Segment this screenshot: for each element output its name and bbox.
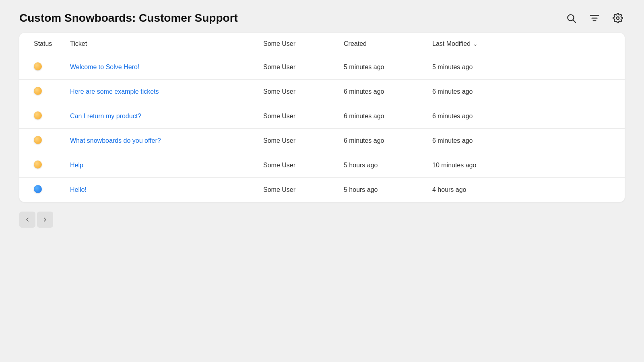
- ticket-link[interactable]: Hello!: [70, 186, 87, 193]
- ticket-link[interactable]: Welcome to Solve Hero!: [70, 64, 139, 70]
- status-dot: [34, 62, 42, 70]
- last-modified-cell: 6 minutes ago: [426, 129, 625, 153]
- chevron-left-icon: [24, 216, 31, 223]
- ticket-cell: Here are some example tickets: [64, 80, 257, 104]
- table-row: Hello!Some User5 hours ago4 hours ago: [19, 178, 625, 202]
- tickets-table: Status Ticket Some User Created Last Mod…: [19, 33, 625, 202]
- ticket-cell: Help: [64, 153, 257, 178]
- page-header: Custom Snowboards: Customer Support: [0, 0, 644, 33]
- last-modified-cell: 6 minutes ago: [426, 104, 625, 129]
- tickets-table-container: Status Ticket Some User Created Last Mod…: [19, 33, 625, 202]
- status-cell: [19, 55, 64, 80]
- status-dot: [34, 111, 42, 119]
- chevron-right-icon: [42, 216, 48, 223]
- pagination-controls: [0, 202, 644, 237]
- status-dot: [34, 185, 42, 193]
- table-row: Can I return my product?Some User6 minut…: [19, 104, 625, 129]
- ticket-cell: Hello!: [64, 178, 257, 202]
- header-actions: [564, 11, 625, 25]
- filter-button[interactable]: [588, 11, 601, 25]
- user-cell: Some User: [257, 153, 337, 178]
- ticket-cell: Can I return my product?: [64, 104, 257, 129]
- ticket-cell: Welcome to Solve Hero!: [64, 55, 257, 80]
- next-page-button[interactable]: [37, 212, 53, 228]
- settings-button[interactable]: [611, 11, 625, 25]
- svg-point-5: [617, 17, 619, 20]
- col-ticket: Ticket: [64, 33, 257, 55]
- settings-icon: [613, 13, 623, 23]
- status-cell: [19, 129, 64, 153]
- sort-chevron-down-icon: ⌄: [473, 41, 478, 47]
- created-cell: 6 minutes ago: [337, 80, 426, 104]
- status-cell: [19, 178, 64, 202]
- col-last-modified-label: Last Modified: [432, 40, 471, 47]
- col-status: Status: [19, 33, 64, 55]
- filter-icon: [589, 13, 600, 23]
- col-last-modified[interactable]: Last Modified ⌄: [426, 33, 625, 55]
- created-cell: 6 minutes ago: [337, 104, 426, 129]
- status-cell: [19, 80, 64, 104]
- created-cell: 6 minutes ago: [337, 129, 426, 153]
- ticket-link[interactable]: What snowboards do you offer?: [70, 137, 161, 144]
- ticket-link[interactable]: Here are some example tickets: [70, 88, 159, 95]
- search-icon: [566, 13, 576, 23]
- svg-line-1: [573, 20, 576, 23]
- table-row: What snowboards do you offer?Some User6 …: [19, 129, 625, 153]
- status-dot: [34, 160, 42, 169]
- table-header-row: Status Ticket Some User Created Last Mod…: [19, 33, 625, 55]
- ticket-link[interactable]: Help: [70, 162, 83, 169]
- status-cell: [19, 104, 64, 129]
- search-button[interactable]: [564, 11, 578, 25]
- last-modified-cell: 10 minutes ago: [426, 153, 625, 178]
- user-cell: Some User: [257, 80, 337, 104]
- created-cell: 5 hours ago: [337, 178, 426, 202]
- ticket-link[interactable]: Can I return my product?: [70, 113, 141, 119]
- col-created: Created: [337, 33, 426, 55]
- table-row: Here are some example ticketsSome User6 …: [19, 80, 625, 104]
- user-cell: Some User: [257, 55, 337, 80]
- table-row: Welcome to Solve Hero!Some User5 minutes…: [19, 55, 625, 80]
- main-content: Status Ticket Some User Created Last Mod…: [0, 33, 644, 202]
- ticket-cell: What snowboards do you offer?: [64, 129, 257, 153]
- prev-page-button[interactable]: [19, 212, 35, 228]
- created-cell: 5 hours ago: [337, 153, 426, 178]
- last-modified-cell: 6 minutes ago: [426, 80, 625, 104]
- last-modified-cell: 5 minutes ago: [426, 55, 625, 80]
- user-cell: Some User: [257, 104, 337, 129]
- col-user: Some User: [257, 33, 337, 55]
- page-title: Custom Snowboards: Customer Support: [19, 12, 238, 25]
- last-modified-cell: 4 hours ago: [426, 178, 625, 202]
- user-cell: Some User: [257, 178, 337, 202]
- table-row: HelpSome User5 hours ago10 minutes ago: [19, 153, 625, 178]
- status-dot: [34, 136, 42, 144]
- status-dot: [34, 87, 42, 95]
- user-cell: Some User: [257, 129, 337, 153]
- status-cell: [19, 153, 64, 178]
- created-cell: 5 minutes ago: [337, 55, 426, 80]
